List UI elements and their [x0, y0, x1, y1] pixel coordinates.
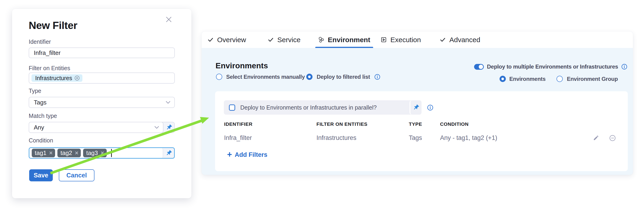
- match-type-select[interactable]: Any: [29, 122, 164, 133]
- tab-label: Advanced: [449, 36, 480, 43]
- cancel-button[interactable]: Cancel: [59, 169, 94, 181]
- condition-tag-chip: tag2 ×: [58, 149, 81, 157]
- condition-tag-label: tag2: [60, 150, 72, 156]
- identifier-label: Identifier: [29, 39, 51, 45]
- condition-control: tag1 × tag2 × tag3 ×: [29, 147, 175, 159]
- entity-chip: Infrastructures: [32, 74, 82, 82]
- column-header: CONDITION: [440, 122, 468, 126]
- type-value: Tags: [34, 99, 46, 106]
- tab-execution[interactable]: Execution: [380, 32, 421, 48]
- parallel-checkbox[interactable]: [229, 104, 235, 111]
- radio-icon[interactable]: [306, 74, 312, 80]
- condition-tag-chip: tag1 ×: [32, 149, 55, 157]
- tab-label: Execution: [390, 36, 421, 43]
- chevron-down-icon: [166, 101, 170, 104]
- remove-entity-icon[interactable]: [74, 76, 80, 80]
- execution-play-icon: [380, 36, 387, 43]
- radio-label: Environment Group: [567, 76, 618, 82]
- toggle-knob: [479, 64, 483, 69]
- identifier-value: Infra_filter: [34, 49, 61, 56]
- chevron-down-icon: [154, 126, 159, 129]
- column-header: IDENTIFIER: [224, 122, 252, 126]
- entity-chip-label: Infrastructures: [35, 75, 72, 82]
- parallel-label: Deploy to Environments or Infrastructure…: [240, 105, 410, 110]
- deploy-multiple-label: Deploy to multiple Environments or Infra…: [487, 64, 618, 70]
- tab-environment[interactable]: Environment: [318, 32, 370, 48]
- radio-deploy-filtered[interactable]: Deploy to filtered list: [306, 74, 380, 80]
- radio-icon[interactable]: [556, 76, 563, 82]
- match-type-pin-button[interactable]: [164, 122, 174, 132]
- modal-title: New Filter: [29, 20, 77, 30]
- check-icon: [268, 36, 274, 43]
- radio-environments[interactable]: Environments: [500, 76, 546, 82]
- type-label: Type: [29, 88, 41, 94]
- condition-pin-button[interactable]: [163, 148, 174, 158]
- radio-environment-group[interactable]: Environment Group: [556, 76, 618, 82]
- column-header: TYPE: [409, 122, 422, 126]
- cell-filter-on-entities: Infrastructures: [316, 135, 356, 141]
- condition-tag-label: tag3: [86, 150, 98, 156]
- cell-identifier: Infra_filter: [224, 135, 252, 141]
- radio-label: Deploy to filtered list: [317, 74, 370, 80]
- condition-tag-chip: tag3 ×: [83, 149, 106, 157]
- radio-select-manually[interactable]: Select Environments manually: [216, 74, 305, 80]
- check-icon: [208, 36, 214, 43]
- text-caret: [111, 149, 112, 157]
- type-select[interactable]: Tags: [29, 97, 175, 108]
- close-icon: [166, 16, 172, 23]
- info-icon[interactable]: [621, 64, 627, 70]
- stage-tabbar: Overview Service Environment Exe: [202, 32, 633, 48]
- parallel-pin-button[interactable]: [410, 100, 422, 115]
- new-filter-modal: New Filter Identifier Infra_filter Filte…: [12, 9, 192, 198]
- info-icon[interactable]: [374, 74, 380, 80]
- deploy-multiple-toggle-row: Deploy to multiple Environments or Infra…: [474, 64, 627, 70]
- column-header: FILTER ON ENTITIES: [316, 122, 367, 126]
- stage-config-panel: Overview Service Environment Exe: [202, 32, 633, 175]
- radio-icon[interactable]: [216, 74, 222, 80]
- environment-target-radios: Environments Environment Group: [500, 76, 618, 82]
- deploy-multiple-toggle[interactable]: [474, 64, 484, 70]
- pin-icon: [412, 104, 420, 111]
- check-icon: [440, 36, 446, 43]
- filter-on-entities-input[interactable]: Infrastructures: [29, 72, 175, 84]
- cell-type: Tags: [409, 135, 422, 141]
- filters-card: Deploy to Environments or Infrastructure…: [215, 91, 628, 171]
- environments-heading: Environments: [216, 62, 268, 70]
- minus-circle-icon: [609, 135, 616, 141]
- filter-on-entities-label: Filter on Entities: [29, 65, 70, 71]
- save-button[interactable]: Save: [29, 169, 53, 181]
- tab-label: Environment: [328, 36, 370, 43]
- remove-tag-icon[interactable]: ×: [101, 150, 104, 156]
- pin-icon: [166, 124, 172, 131]
- match-type-label: Match type: [29, 113, 57, 119]
- tab-label: Overview: [217, 36, 246, 43]
- parallel-deploy-row: Deploy to Environments or Infrastructure…: [224, 100, 422, 115]
- cell-condition: Any - tag1, tag2 (+1): [440, 135, 497, 141]
- remove-filter-button[interactable]: [609, 135, 616, 141]
- remove-tag-icon[interactable]: ×: [49, 150, 53, 156]
- add-filters-label: Add Filters: [235, 152, 267, 158]
- radio-label: Environments: [509, 76, 546, 82]
- tab-advanced[interactable]: Advanced: [440, 32, 480, 48]
- match-type-control: Any: [29, 122, 175, 133]
- condition-tag-label: tag1: [35, 150, 46, 156]
- remove-tag-icon[interactable]: ×: [75, 150, 78, 156]
- radio-label: Select Environments manually: [226, 74, 305, 80]
- info-icon[interactable]: [427, 104, 433, 111]
- match-type-value: Any: [34, 124, 44, 131]
- pencil-icon: [593, 135, 599, 141]
- tab-label: Service: [277, 36, 300, 43]
- pin-icon: [165, 150, 172, 156]
- edit-filter-button[interactable]: [593, 135, 599, 141]
- radio-icon[interactable]: [500, 76, 506, 82]
- plus-icon: +: [227, 150, 232, 159]
- tab-overview[interactable]: Overview: [208, 32, 246, 48]
- condition-input[interactable]: tag1 × tag2 × tag3 ×: [30, 148, 163, 158]
- environment-hexagons-icon: [318, 36, 324, 43]
- condition-label: Condition: [29, 138, 53, 144]
- tab-service[interactable]: Service: [268, 32, 300, 48]
- add-filters-button[interactable]: + Add Filters: [227, 151, 267, 159]
- identifier-input[interactable]: Infra_filter: [29, 48, 175, 58]
- close-button[interactable]: [166, 16, 172, 23]
